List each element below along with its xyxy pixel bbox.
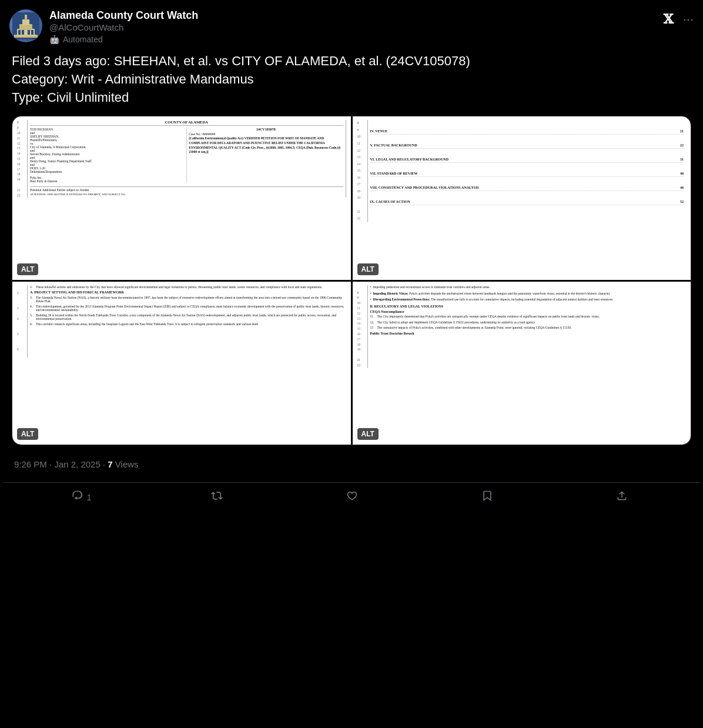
toc-item-5: V. FACTUAL BACKGROUND 22: [370, 143, 684, 149]
toc-page-7: 40: [680, 172, 684, 175]
doc-panel-3[interactable]: 2 3 4 5 6 2. These unlawful actions and …: [12, 282, 351, 445]
bullet3: •Disregarding Environmental Protections:…: [370, 298, 687, 302]
panel3-para3: 3. The Alameda Naval Air Station (NAS), …: [30, 296, 346, 303]
avatar[interactable]: [9, 9, 42, 42]
views-label: Views: [115, 459, 139, 469]
account-handle[interactable]: @AlCoCourtWatch: [49, 22, 198, 32]
avatar-svg: [12, 12, 39, 39]
x-logo: 𝕏: [664, 12, 674, 27]
tweet-date: Jan 2, 2025: [54, 459, 100, 469]
panel4-para13: 13 The cumulative impacts of Pyka's acti…: [370, 326, 687, 330]
account-info: Alameda County Court Watch @AlCoCourtWat…: [49, 9, 198, 44]
toc-label-4: IV. VENUE: [370, 129, 388, 133]
tweet-line2: Category: Writ - Administrative Mandamus: [12, 71, 691, 89]
toc-label-5: V. FACTUAL BACKGROUND: [370, 143, 417, 147]
section-b-heading: B. REGULATORY AND LEGAL VIOLATIONS: [370, 305, 687, 308]
defendants-label: Defendants/Respondents: [30, 170, 184, 173]
action-bar: 1: [12, 485, 691, 509]
alt-badge-4[interactable]: ALT: [357, 428, 379, 440]
toc-label-8: VIII. CONSISTENCY AND PROCEDURAL VIOLATI…: [370, 186, 479, 189]
bookmark-svg: [481, 490, 493, 502]
avatar-image: [9, 9, 42, 42]
share-button[interactable]: [616, 490, 631, 505]
section-a-heading: A. PROJECT SETTING AND HISTORICAL FRAMEW…: [30, 290, 346, 294]
alt-badge-2[interactable]: ALT: [357, 263, 379, 275]
panel3-para6: 6. This corridor connects significant ar…: [30, 322, 346, 326]
reply-svg: [72, 490, 83, 502]
automated-row: 🤖 Automated: [49, 35, 198, 44]
alt-badge-3[interactable]: ALT: [17, 428, 38, 440]
more-options-button[interactable]: ···: [683, 12, 694, 27]
svg-rect-5: [25, 15, 27, 21]
case-num: 24CV105078: [189, 128, 343, 131]
divider: [2, 482, 701, 483]
case-title: (California Environmental Quality Act) V…: [189, 136, 343, 155]
alt-badge-1[interactable]: ALT: [17, 263, 38, 275]
like-button[interactable]: [346, 490, 361, 505]
svg-rect-8: [28, 30, 30, 35]
tweet-meta: 9:26 PM · Jan 2, 2025 · 7 Views: [14, 459, 689, 469]
reply-button[interactable]: 1: [72, 490, 92, 505]
bullet2: •Impeding Historic Vistas: Pyka's activi…: [370, 292, 687, 296]
panel3-para5: 5. Building 39 is located within the Nor…: [30, 313, 346, 320]
doc-panel-1[interactable]: 8910111213141516171819 2122 COUNTY OF AL…: [12, 116, 351, 280]
toc-item-8: VIII. CONSISTENCY AND PROCEDURAL VIOLATI…: [370, 186, 684, 191]
views-count: 7 Views: [108, 459, 138, 469]
case-no-label: Case No.: ########: [189, 132, 343, 136]
panel3-para4: 4. This redevelopment, governed by the 2…: [30, 305, 346, 312]
toc-label-7: VII. STANDARD OF REVIEW: [370, 172, 418, 175]
retweet-svg: [211, 490, 223, 502]
svg-rect-7: [22, 30, 24, 35]
panel4-para12: 12. The City failed to adopt and impleme…: [370, 320, 687, 325]
tweet-text: Filed 3 days ago: SHEEHAN, et al. vs CIT…: [12, 52, 691, 106]
toc-page-8: 46: [680, 186, 684, 189]
tweet-line1: Filed 3 days ago: SHEEHAN, et al. vs CIT…: [12, 52, 691, 71]
document-grid: 8910111213141516171819 2122 COUNTY OF AL…: [12, 116, 691, 445]
toc-label-6: VI. LEGAL AND REGULATORY BACKGROUND: [370, 158, 449, 161]
bot-icon: 🤖: [49, 35, 59, 44]
account-name[interactable]: Alameda County Court Watch: [49, 9, 198, 22]
attention-notice: ATTENTION: THIS MATTER IS ENTITLED TO PR…: [30, 193, 343, 196]
real-party: Real Party in Interest: [30, 179, 184, 183]
doc-content-1: 8910111213141516171819 2122 COUNTY OF AL…: [12, 116, 351, 280]
bookmark-icon: [481, 490, 493, 505]
doc-content-3: 2 3 4 5 6 2. These unlawful actions and …: [12, 282, 351, 445]
panel3-intro: 2. These unlawful actions and omissions …: [30, 285, 346, 289]
toc-page-5: 22: [680, 143, 684, 147]
bookmark-button[interactable]: [481, 490, 497, 505]
retweet-button[interactable]: [211, 490, 226, 505]
doc-panel-4[interactable]: 8910111213141516171819 2122 •Impeding pe…: [353, 282, 691, 445]
tweet-header: Alameda County Court Watch @AlCoCourtWat…: [9, 9, 694, 44]
toc-page-6: 31: [680, 158, 684, 161]
tweet-header-left: Alameda County Court Watch @AlCoCourtWat…: [9, 9, 198, 44]
ceqa-heading: CEQA Noncompliance: [370, 310, 687, 313]
toc-item-4: IV. VENUE 21: [370, 129, 684, 135]
tweet-body: Filed 3 days ago: SHEEHAN, et al. vs CIT…: [9, 52, 694, 509]
tweet-time: 9:26 PM: [14, 459, 47, 469]
reply-icon: [72, 490, 83, 505]
like-icon: [346, 490, 358, 505]
panel4-para11: 11. The City improperly determined that …: [370, 315, 687, 319]
county-label: COUNTY OF ALAMEDA: [30, 120, 343, 126]
svg-rect-9: [31, 30, 34, 35]
share-icon: [616, 490, 628, 505]
retweet-icon: [211, 490, 223, 505]
toc-item-7: VII. STANDARD OF REVIEW 40: [370, 172, 684, 177]
header-actions: 𝕏 ···: [664, 12, 694, 27]
toc-label-9: IX. CAUSES OF ACTION: [370, 200, 410, 203]
doc-content-4: 8910111213141516171819 2122 •Impeding pe…: [353, 282, 691, 445]
doc-panel-2[interactable]: 8910111213141516171819 2122 IV. VENUE 21: [353, 116, 691, 280]
tweet-line3: Type: Civil Unlimited: [12, 89, 691, 107]
doc-content-2: 8910111213141516171819 2122 IV. VENUE 21: [353, 116, 691, 280]
svg-rect-6: [18, 30, 21, 35]
reply-count: 1: [87, 493, 92, 502]
potential-parties: Potential Additional Parties subject to …: [30, 186, 343, 192]
bullet1: •Impeding pedestrian and recreational ac…: [370, 285, 687, 290]
views-number: 7: [108, 459, 112, 469]
toc-item-9: IX. CAUSES OF ACTION 52: [370, 200, 684, 205]
share-svg: [616, 490, 628, 502]
like-svg: [346, 490, 358, 502]
tweet-container: Alameda County Court Watch @AlCoCourtWat…: [0, 0, 703, 509]
tweet-footer: 9:26 PM · Jan 2, 2025 · 7 Views: [12, 453, 691, 482]
toc-page-4: 21: [680, 129, 684, 133]
